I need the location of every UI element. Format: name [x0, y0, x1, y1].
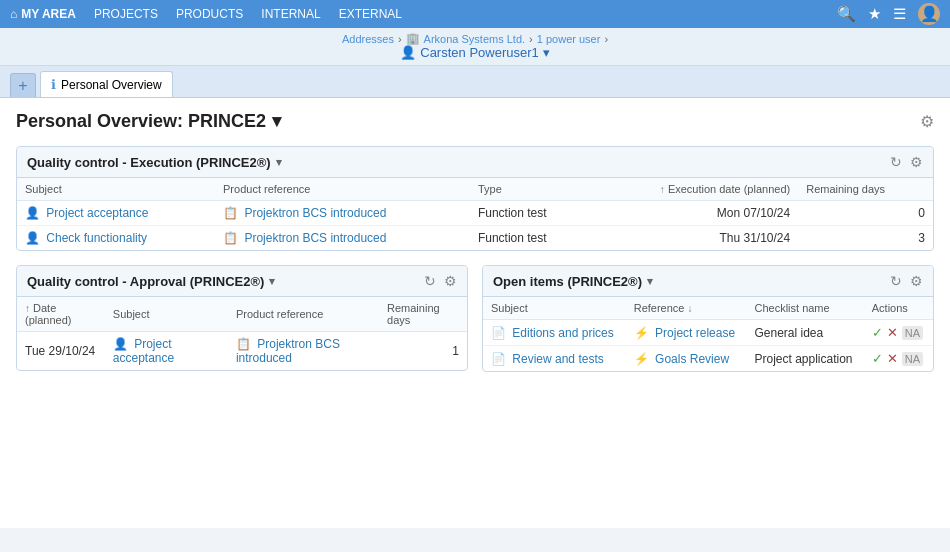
checklist-icon: 📄	[491, 326, 506, 340]
avatar-image: 👤	[920, 5, 939, 23]
settings-icon[interactable]: ⚙	[910, 154, 923, 170]
main-content: Personal Overview: PRINCE2 ▾ ⚙ Quality c…	[0, 98, 950, 528]
add-tab-button[interactable]: +	[10, 73, 36, 97]
cell-subject: 👤 Project acceptance	[17, 201, 215, 226]
product-ref-link[interactable]: Projektron BCS introduced	[236, 337, 340, 365]
action-x-btn[interactable]: ✕	[887, 351, 898, 366]
breadcrumb-company[interactable]: Arkona Systems Ltd.	[424, 33, 526, 45]
brand-label: MY AREA	[21, 7, 76, 21]
tab-info-icon: ℹ	[51, 77, 56, 92]
cell-remaining-days: 3	[798, 226, 933, 251]
subject-link[interactable]: Check functionality	[46, 231, 147, 245]
subject-link[interactable]: Project acceptance	[46, 206, 148, 220]
brand-logo[interactable]: ⌂ MY AREA	[10, 7, 76, 21]
th-reference[interactable]: Reference ↓	[626, 297, 747, 320]
reference-link[interactable]: Project release	[655, 326, 735, 340]
refresh-icon[interactable]: ↻	[890, 154, 902, 170]
quality-execution-chevron[interactable]: ▾	[276, 156, 282, 169]
nav-right: 🔍 ★ ☰ 👤	[837, 3, 940, 25]
page-title-dropdown-icon[interactable]: ▾	[272, 110, 281, 132]
quality-approval-title: Quality control - Approval (PRINCE2®) ▾	[27, 274, 275, 289]
th-remaining-days: Remaining days	[798, 178, 933, 201]
ref-icon: ⚡	[634, 352, 649, 366]
subject-link[interactable]: Editions and prices	[512, 326, 613, 340]
col-left: Quality control - Approval (PRINCE2®) ▾ …	[16, 265, 468, 386]
cell-subject: 👤 Project acceptance	[105, 332, 228, 371]
th-type: Type	[470, 178, 590, 201]
action-buttons: ✓ ✕ NA	[872, 325, 925, 340]
table-row: 📄 Editions and prices ⚡ Project release …	[483, 320, 933, 346]
action-check-btn[interactable]: ✓	[872, 325, 883, 340]
table-row: 👤 Check functionality 📋 Projektron BCS i…	[17, 226, 933, 251]
action-x-btn[interactable]: ✕	[887, 325, 898, 340]
col-right: Open items (PRINCE2®) ▾ ↻ ⚙ Subject Refe…	[482, 265, 934, 386]
subject-link[interactable]: Review and tests	[512, 352, 603, 366]
breadcrumb-user[interactable]: 👤 Carsten Poweruser1 ▾	[400, 45, 550, 60]
cell-reference: ⚡ Goals Review	[626, 346, 747, 372]
nav-products[interactable]: PRODUCTS	[176, 7, 243, 21]
quality-execution-title-text: Quality control - Execution (PRINCE2®)	[27, 155, 271, 170]
open-items-chevron[interactable]: ▾	[647, 275, 653, 288]
search-icon[interactable]: 🔍	[837, 5, 856, 23]
cell-product-ref: 📋 Projektron BCS introduced	[228, 332, 379, 371]
cell-execution-date: Thu 31/10/24	[590, 226, 798, 251]
product-ref-link[interactable]: Projektron BCS introduced	[244, 206, 386, 220]
th-product-ref: Product reference	[228, 297, 379, 332]
open-items-title: Open items (PRINCE2®) ▾	[493, 274, 653, 289]
cell-remaining-days: 1	[379, 332, 467, 371]
quality-execution-section: Quality control - Execution (PRINCE2®) ▾…	[16, 146, 934, 251]
sort-arrow-date: ↑	[25, 303, 30, 314]
ref-icon: ⚡	[634, 326, 649, 340]
nav-projects[interactable]: PROJECTS	[94, 7, 158, 21]
top-navigation: ⌂ MY AREA PROJECTS PRODUCTS INTERNAL EXT…	[0, 0, 950, 28]
cell-subject: 👤 Check functionality	[17, 226, 215, 251]
menu-icon[interactable]: ☰	[893, 5, 906, 23]
quality-execution-title: Quality control - Execution (PRINCE2®) ▾	[27, 155, 282, 170]
action-buttons: ✓ ✕ NA	[872, 351, 925, 366]
person-icon: 👤	[25, 206, 40, 220]
product-icon: 📋	[223, 231, 238, 245]
reference-link[interactable]: Goals Review	[655, 352, 729, 366]
product-icon: 📋	[236, 337, 251, 351]
action-check-btn[interactable]: ✓	[872, 351, 883, 366]
th-execution-date[interactable]: ↑ Execution date (planned)	[590, 178, 798, 201]
action-na-btn[interactable]: NA	[902, 326, 923, 340]
action-na-btn[interactable]: NA	[902, 352, 923, 366]
page-header: Personal Overview: PRINCE2 ▾ ⚙	[16, 110, 934, 132]
nav-internal[interactable]: INTERNAL	[261, 7, 320, 21]
settings-icon[interactable]: ⚙	[444, 273, 457, 289]
breadcrumb-path: Addresses › 🏢 Arkona Systems Ltd. › 1 po…	[342, 32, 608, 45]
cell-checklist-name: General idea	[746, 320, 863, 346]
th-subject: Subject	[17, 178, 215, 201]
user-name: Carsten Poweruser1	[420, 45, 539, 60]
refresh-icon[interactable]: ↻	[424, 273, 436, 289]
th-checklist-name: Checklist name	[746, 297, 863, 320]
cell-product-ref: 📋 Projektron BCS introduced	[215, 226, 470, 251]
table-row: 👤 Project acceptance 📋 Projektron BCS in…	[17, 201, 933, 226]
open-items-title-text: Open items (PRINCE2®)	[493, 274, 642, 289]
refresh-icon[interactable]: ↻	[890, 273, 902, 289]
th-date[interactable]: ↑ Date (planned)	[17, 297, 105, 332]
open-items-table: Subject Reference ↓ Checklist name Actio…	[483, 297, 933, 371]
product-ref-link[interactable]: Projektron BCS introduced	[244, 231, 386, 245]
quality-approval-chevron[interactable]: ▾	[269, 275, 275, 288]
user-dropdown-icon: ▾	[543, 45, 550, 60]
nav-left: ⌂ MY AREA PROJECTS PRODUCTS INTERNAL EXT…	[10, 7, 402, 21]
filter-icon[interactable]: ⚙	[920, 112, 934, 131]
avatar[interactable]: 👤	[918, 3, 940, 25]
person-icon: 👤	[25, 231, 40, 245]
settings-icon[interactable]: ⚙	[910, 273, 923, 289]
cell-checklist-name: Project application	[746, 346, 863, 372]
open-items-actions: ↻ ⚙	[890, 273, 923, 289]
cell-type: Function test	[470, 226, 590, 251]
star-icon[interactable]: ★	[868, 5, 881, 23]
breadcrumb-poweruser[interactable]: 1 power user	[537, 33, 601, 45]
sort-arrow-reference: ↓	[688, 303, 693, 314]
th-actions: Actions	[864, 297, 933, 320]
tab-bar: + ℹ Personal Overview	[0, 66, 950, 98]
nav-external[interactable]: EXTERNAL	[339, 7, 402, 21]
tab-label: Personal Overview	[61, 78, 162, 92]
cell-product-ref: 📋 Projektron BCS introduced	[215, 201, 470, 226]
tab-personal-overview[interactable]: ℹ Personal Overview	[40, 71, 173, 97]
breadcrumb-addresses[interactable]: Addresses	[342, 33, 394, 45]
